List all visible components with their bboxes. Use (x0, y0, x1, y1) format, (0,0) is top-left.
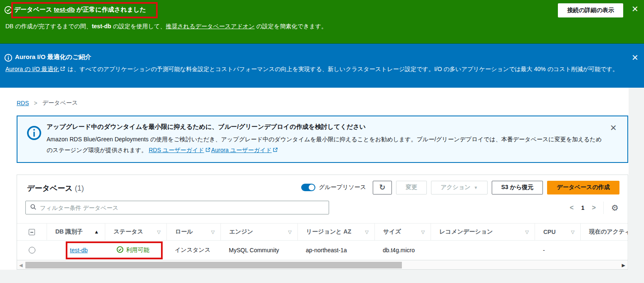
column-label: リージョンと AZ (306, 228, 351, 236)
previous-page-icon[interactable]: < (570, 204, 574, 212)
table-header-row: DB 識別子 ▲ ステータス ▽ ロール ▽ エンジン ▽ リージョンと AZ … (17, 223, 628, 241)
row-activity-cell (580, 241, 628, 260)
status-badge: 利用可能 (116, 246, 149, 254)
column-header-role[interactable]: ロール ▽ (166, 224, 220, 240)
column-header-current-activity[interactable]: 現在のアクティビティ (580, 224, 628, 240)
breadcrumb: RDS > データベース (17, 99, 78, 107)
alert-title: アップグレード中のダウンタイムを最小限に抑えるために、ブルー/グリーンデプロイの… (47, 123, 366, 131)
db-identifier-link[interactable]: test-db (70, 247, 88, 253)
row-cpu-cell: - (535, 241, 580, 260)
status-check-circle-icon (116, 246, 124, 254)
group-resources-toggle-group: グループリソース (301, 184, 366, 191)
breadcrumb-current-page: データベース (42, 99, 78, 107)
indeterminate-mark (30, 232, 33, 233)
restore-from-s3-button[interactable]: S3 から復元 (492, 181, 543, 194)
panel-title: データベース (1) (27, 183, 84, 193)
status-label: 利用可能 (126, 246, 149, 254)
actions-label: アクション (441, 184, 471, 191)
breadcrumb-separator: > (34, 100, 37, 106)
sort-icon[interactable]: ▽ (157, 229, 161, 235)
success-close-icon[interactable]: × (632, 3, 638, 14)
aurora-info-close-icon[interactable]: × (632, 52, 638, 63)
actions-dropdown-button[interactable]: アクション ▼ (431, 181, 488, 194)
pagination: < 1 > ⚙ (570, 201, 619, 214)
row-recommendation-cell (431, 241, 535, 260)
blue-green-alert: アップグレード中のダウンタイムを最小限に抑えるために、ブルー/グリーンデプロイの… (17, 116, 628, 163)
alert-close-icon[interactable]: × (610, 122, 617, 133)
success-message: データベース test-db が正常に作成されました (14, 6, 146, 14)
aurora-io-optimization-link[interactable]: Aurora の I/O 最適化 (5, 66, 59, 72)
refresh-button[interactable]: ↻ (373, 181, 392, 194)
column-label: エンジン (229, 228, 253, 236)
select-all-checkbox[interactable] (29, 229, 35, 235)
group-resources-toggle[interactable] (301, 184, 315, 191)
column-label: ロール (175, 228, 193, 236)
scroll-right-icon[interactable]: ▶ (622, 262, 625, 268)
view-connection-details-button[interactable]: 接続の詳細の表示 (558, 3, 623, 17)
sort-icon[interactable]: ▽ (421, 229, 425, 235)
search-icon (30, 204, 37, 212)
column-header-size[interactable]: サイズ ▽ (374, 224, 431, 240)
scroll-left-icon[interactable]: ◀ (19, 262, 22, 268)
success-flashbar: データベース test-db が正常に作成されました DB の作成が完了するまで… (0, 0, 644, 44)
panel-title-text: データベース (27, 184, 73, 192)
cpu-value: - (543, 247, 545, 253)
column-label: DB 識別子 (55, 228, 83, 236)
horizontal-scrollbar[interactable]: ◀ ▶ (17, 260, 628, 269)
row-role-cell: インスタンス (166, 241, 220, 260)
success-message-db-name: test-db (54, 6, 75, 13)
alert-body-text: Amazon RDS Blue/Green Deployments の使用をご検… (47, 136, 602, 153)
check-circle-icon (4, 6, 12, 16)
column-label: サイズ (383, 228, 401, 236)
select-all-header-cell (17, 224, 47, 240)
panel-toolbar: グループリソース ↻ 変更 アクション ▼ S3 から復元 データベースの作成 (301, 180, 619, 194)
recommended-addons-link[interactable]: 推奨されるデータベースアドオン (166, 23, 255, 30)
row-db-identifier-cell: test-db (47, 241, 105, 260)
column-label: 現在のアクティビティ (589, 228, 628, 236)
rds-user-guide-link[interactable]: RDS ユーザーガイド (149, 147, 204, 153)
aurora-user-guide-link[interactable]: Aurora ユーザーガイド (211, 147, 272, 153)
success-desc-text-1: DB の作成が完了するまでの間、 (5, 23, 92, 30)
modify-button[interactable]: 変更 (396, 181, 427, 194)
success-desc-db-name: test-db (92, 23, 111, 30)
aurora-info-flashbar: Aurora I/O 最適化のご紹介 Aurora の I/O 最適化 は、すべ… (0, 44, 644, 88)
column-header-status[interactable]: ステータス ▽ (105, 224, 166, 240)
table-row: test-db 利用可能 インスタンス MySQL Community ap-n… (17, 241, 628, 260)
aurora-info-title: Aurora I/O 最適化のご紹介 (15, 53, 91, 61)
success-message-suffix: が正常に作成されました (75, 6, 146, 13)
role-value: インスタンス (175, 246, 211, 254)
column-label: CPU (543, 229, 556, 235)
sort-icon[interactable]: ▽ (571, 229, 575, 235)
column-header-engine[interactable]: エンジン ▽ (220, 224, 297, 240)
scrollbar-thumb[interactable] (25, 262, 402, 268)
external-link-icon (205, 145, 211, 156)
sort-icon[interactable]: ▽ (211, 229, 215, 235)
sort-asc-icon[interactable]: ▲ (94, 229, 99, 235)
create-database-button[interactable]: データベースの作成 (547, 181, 619, 194)
row-select-cell (17, 241, 47, 260)
info-circle-icon (4, 54, 12, 64)
refresh-icon: ↻ (379, 183, 386, 192)
column-header-cpu[interactable]: CPU ▽ (535, 224, 580, 240)
databases-panel: データベース (1) グループリソース ↻ 変更 アクション ▼ S3 から復元… (17, 175, 628, 270)
next-page-icon[interactable]: > (592, 204, 596, 212)
column-header-db-identifier[interactable]: DB 識別子 ▲ (47, 224, 105, 240)
filter-search-box (25, 201, 329, 214)
engine-value: MySQL Community (229, 247, 279, 253)
current-page-number[interactable]: 1 (581, 204, 585, 211)
sort-icon[interactable]: ▽ (525, 229, 529, 235)
sort-icon[interactable]: ▽ (288, 229, 292, 235)
panel-count: (1) (75, 184, 84, 192)
row-radio-button[interactable] (29, 247, 35, 253)
row-size-cell: db.t4g.micro (374, 241, 431, 260)
gear-icon[interactable]: ⚙ (611, 204, 619, 212)
breadcrumb-rds-link[interactable]: RDS (17, 100, 29, 106)
aurora-info-body-text: は、すべてのアプリケーションの予測可能な料金設定とコストパフォーマンスの向上を実… (66, 66, 618, 72)
success-description: DB の作成が完了するまでの間、test-db の設定を使用して、推奨されるデー… (5, 23, 327, 30)
filter-input[interactable] (40, 204, 324, 211)
pagination-divider (603, 202, 604, 214)
sort-icon[interactable]: ▽ (365, 229, 369, 235)
alert-body: Amazon RDS Blue/Green Deployments の使用をご検… (47, 134, 603, 156)
column-header-recommendation[interactable]: レコメンデーション ▽ (431, 224, 535, 240)
column-header-region-az[interactable]: リージョンと AZ ▽ (297, 224, 374, 240)
